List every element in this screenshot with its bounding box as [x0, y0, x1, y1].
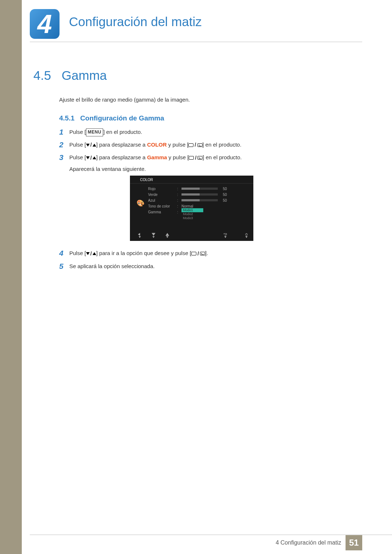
- accent-gamma: Gamma: [147, 154, 167, 160]
- osd-value: 50: [223, 187, 227, 191]
- menu-button-label: MENU: [86, 128, 103, 136]
- text: ] para desplazarse a: [96, 141, 147, 148]
- text: ] en el producto.: [103, 129, 142, 135]
- source-enter-icon: /: [189, 153, 203, 163]
- colon: :: [177, 204, 181, 208]
- osd-nav-enter-icon: [224, 233, 227, 238]
- down-up-arrow-icon: /: [86, 153, 96, 163]
- osd-label: Tono de color: [148, 204, 177, 208]
- osd-row-rojo: Rojo : 50: [130, 186, 253, 192]
- svg-marker-0: [138, 233, 140, 236]
- osd-title: COLOR: [130, 176, 253, 184]
- osd-row-verde: Verde : 50: [130, 192, 253, 197]
- source-enter-icon: /: [191, 249, 205, 258]
- footer-page-number: 51: [346, 535, 362, 550]
- step-body: Pulse [/] para desplazarse a COLOR y pul…: [69, 140, 359, 149]
- text: ] para desplazarse a: [96, 154, 147, 160]
- section-number: 4.5: [33, 68, 51, 82]
- osd-label: Azul: [148, 198, 177, 202]
- text: ].: [205, 250, 208, 256]
- text: ] para ir a la opción que desee y pulse …: [96, 250, 191, 256]
- colon: :: [177, 198, 181, 202]
- subsection-heading: 4.5.1 Configuración de Gamma: [59, 114, 164, 122]
- page-footer: 4 Configuración del matiz 51: [30, 535, 392, 550]
- step-1: 1 Pulse [MENU] en el producto.: [59, 128, 359, 137]
- step-number: 1: [59, 128, 69, 136]
- step-number: 5: [59, 262, 69, 270]
- osd-label: Verde: [148, 193, 177, 197]
- osd-label-gamma: Gamma: [148, 210, 177, 214]
- svg-marker-2: [166, 233, 169, 236]
- osd-slider: [181, 199, 218, 201]
- down-up-arrow-icon: /: [86, 140, 96, 149]
- osd-value: 50: [223, 193, 227, 197]
- section-intro-text: Ajuste el brillo de rango medio (gamma) …: [59, 96, 190, 104]
- footer-chapter-ref: 4 Configuración del matiz: [275, 539, 341, 546]
- subsection-title: Configuración de Gamma: [80, 114, 164, 122]
- step-number: 2: [59, 140, 69, 149]
- step-number: 3: [59, 153, 69, 161]
- svg-marker-1: [152, 233, 155, 236]
- chapter-number-badge: 4: [30, 9, 60, 39]
- osd-option-modo1: Modo1: [181, 208, 203, 212]
- step-3-line2: Aparecerá la ventana siguiente.: [69, 165, 359, 174]
- section-title: Gamma: [62, 68, 107, 82]
- palette-icon: 🎨: [136, 199, 144, 207]
- left-sidebar-stripe: [0, 0, 22, 554]
- osd-panel: COLOR Rojo : 50 Verde : 50 Azul : 50 Ton…: [130, 176, 253, 241]
- text: Pulse [: [69, 250, 86, 256]
- osd-option-modo3: Modo3: [181, 216, 203, 220]
- colon: :: [177, 210, 181, 214]
- osd-gamma-options: Modo1 Modo2 Modo3: [181, 208, 203, 220]
- step-2: 2 Pulse [/] para desplazarse a COLOR y p…: [59, 140, 359, 149]
- text: Pulse [: [69, 129, 86, 135]
- osd-text-value: Normal: [181, 204, 193, 208]
- osd-nav-power-icon: [245, 233, 248, 238]
- text: y pulse [: [167, 141, 188, 148]
- colon: :: [177, 193, 181, 197]
- text: y pulse [: [167, 154, 189, 160]
- step-number: 4: [59, 249, 69, 257]
- subsection-number: 4.5.1: [59, 114, 74, 122]
- text: ] en el producto.: [203, 141, 242, 148]
- section-heading: 4.5 Gamma: [33, 68, 107, 83]
- osd-slider: [181, 193, 218, 196]
- osd-slider: [181, 188, 218, 190]
- osd-row-azul: Azul : 50: [130, 197, 253, 203]
- osd-nav-back-icon: [138, 233, 142, 238]
- osd-nav-up-icon: [166, 233, 169, 238]
- osd-nav-down-icon: [152, 233, 155, 238]
- down-up-arrow-icon: /: [86, 249, 96, 258]
- step-3: 3 Pulse [/] para desplazarse a Gamma y p…: [59, 153, 359, 173]
- source-enter-icon: /: [188, 140, 202, 149]
- step-body: Pulse [MENU] en el producto.: [69, 128, 359, 137]
- step-body: Se aplicará la opción seleccionada.: [69, 262, 359, 271]
- text: Pulse [: [69, 154, 86, 160]
- text: ] en el producto.: [203, 154, 242, 160]
- chapter-title: Configuración del matiz: [69, 15, 202, 29]
- osd-nav-footer: [130, 231, 253, 239]
- step-5: 5 Se aplicará la opción seleccionada.: [59, 262, 359, 271]
- step-body: Pulse [/] para ir a la opción que desee …: [69, 249, 359, 258]
- accent-color: COLOR: [147, 141, 167, 148]
- colon: :: [177, 187, 181, 191]
- osd-option-modo2: Modo2: [181, 212, 203, 216]
- step-4: 4 Pulse [/] para ir a la opción que dese…: [59, 249, 359, 258]
- header-divider: [30, 42, 362, 42]
- osd-value: 50: [223, 198, 227, 202]
- text: Pulse [: [69, 141, 86, 148]
- step-body: Pulse [/] para desplazarse a Gamma y pul…: [69, 153, 359, 173]
- osd-label: Rojo: [148, 187, 177, 191]
